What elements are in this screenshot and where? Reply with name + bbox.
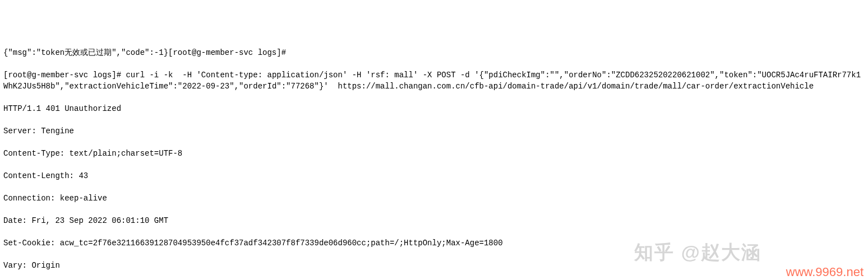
terminal-line: Server: Tengine [3, 125, 865, 137]
terminal-line: [root@g-member-svc logs]# curl -i -k -H … [3, 69, 865, 92]
terminal-line: Connection: keep-alive [3, 193, 865, 204]
terminal-line: Content-Length: 43 [3, 170, 865, 181]
terminal-line: Date: Fri, 23 Sep 2022 06:01:10 GMT [3, 215, 865, 226]
terminal-line: Content-Type: text/plain;charset=UTF-8 [3, 148, 865, 159]
terminal-line: {"msg":"token无效或已过期","code":-1}[root@g-m… [3, 47, 865, 58]
terminal-line: Vary: Origin [3, 260, 865, 271]
terminal-line: HTTP/1.1 401 Unauthorized [3, 103, 865, 114]
terminal-line: Set-Cookie: acw_tc=2f76e3211663912870495… [3, 237, 865, 249]
